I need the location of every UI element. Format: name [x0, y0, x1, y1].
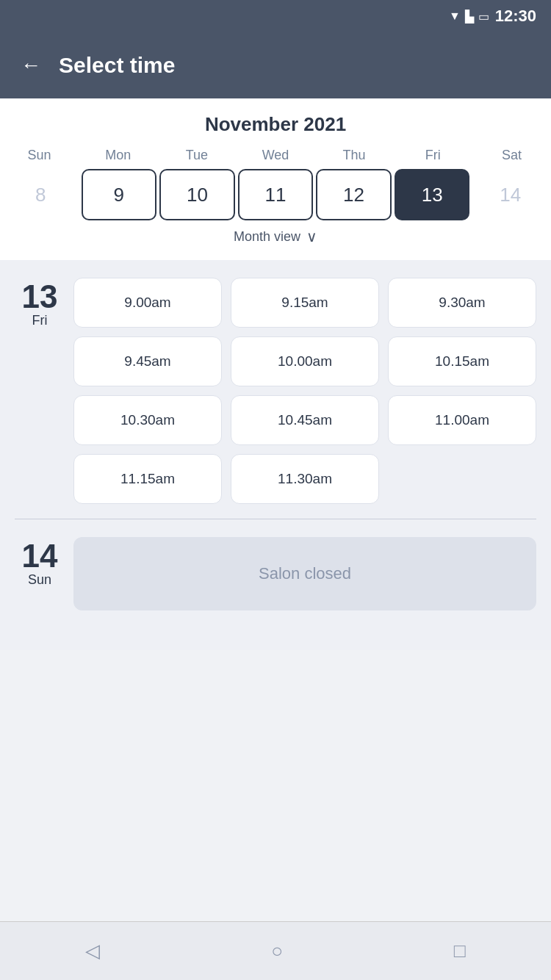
time-slot-1130am[interactable]: 11.30am: [231, 454, 379, 504]
time-slot-1100am[interactable]: 11.00am: [388, 395, 536, 445]
date-13[interactable]: 13: [395, 169, 470, 220]
month-title: November 2021: [0, 113, 551, 136]
weekday-fri: Fri: [394, 148, 472, 163]
day-13-number: 13: [22, 281, 58, 313]
time-slot-915am[interactable]: 9.15am: [231, 278, 379, 328]
weekday-wed: Wed: [236, 148, 314, 163]
back-nav-icon[interactable]: ◁: [85, 940, 100, 962]
time-slot-1115am[interactable]: 11.15am: [73, 454, 222, 504]
time-slot-930am[interactable]: 9.30am: [388, 278, 536, 328]
day-14-number: 14: [22, 540, 58, 572]
page-title: Select time: [59, 53, 175, 78]
time-slot-1000am[interactable]: 10.00am: [231, 336, 379, 386]
dates-row: 8 9 10 11 12 13 14: [0, 169, 551, 220]
date-14[interactable]: 14: [472, 169, 548, 220]
day-14-label: 14 Sun: [18, 537, 62, 610]
status-time: 12:30: [495, 7, 536, 26]
date-8[interactable]: 8: [3, 169, 79, 220]
day-13-name: Fri: [32, 313, 48, 328]
day-13-block: 13 Fri 9.00am 9.15am 9.30am 9.45am 10.00…: [0, 260, 551, 519]
day-13-time-grid: 9.00am 9.15am 9.30am 9.45am 10.00am 10.1…: [73, 278, 536, 504]
month-view-label: Month view: [234, 229, 300, 245]
back-button[interactable]: ←: [21, 55, 41, 76]
date-9[interactable]: 9: [82, 169, 157, 220]
time-slot-1045am[interactable]: 10.45am: [231, 395, 379, 445]
time-slot-900am[interactable]: 9.00am: [73, 278, 222, 328]
weekday-mon: Mon: [79, 148, 157, 163]
wifi-icon: ▼: [449, 10, 461, 23]
slots-section: 13 Fri 9.00am 9.15am 9.30am 9.45am 10.00…: [0, 260, 551, 650]
time-slot-1015am[interactable]: 10.15am: [388, 336, 536, 386]
date-11[interactable]: 11: [238, 169, 314, 220]
date-10[interactable]: 10: [159, 169, 235, 220]
time-slot-1030am[interactable]: 10.30am: [73, 395, 222, 445]
home-nav-icon[interactable]: ○: [271, 940, 283, 962]
battery-icon: ▭: [478, 10, 489, 24]
calendar-section: November 2021 Sun Mon Tue Wed Thu Fri Sa…: [0, 98, 551, 260]
status-icons: ▼ ▙ ▭: [449, 10, 489, 24]
weekday-sat: Sat: [472, 148, 551, 163]
status-bar: ▼ ▙ ▭ 12:30: [0, 0, 551, 32]
day-14-block: 14 Sun Salon closed: [0, 519, 551, 628]
day-14-name: Sun: [28, 572, 51, 588]
chevron-down-icon: ∨: [306, 228, 317, 245]
weekday-tue: Tue: [157, 148, 236, 163]
header: ← Select time: [0, 32, 551, 98]
month-view-toggle[interactable]: Month view ∨: [0, 220, 551, 248]
weekday-thu: Thu: [315, 148, 394, 163]
day-13-label: 13 Fri: [18, 278, 62, 504]
salon-closed-message: Salon closed: [73, 537, 536, 610]
signal-icon: ▙: [465, 10, 474, 24]
bottom-nav: ◁ ○ □: [0, 921, 551, 980]
weekday-sun: Sun: [0, 148, 79, 163]
date-12[interactable]: 12: [316, 169, 392, 220]
recent-nav-icon[interactable]: □: [454, 940, 466, 962]
weekday-row: Sun Mon Tue Wed Thu Fri Sat: [0, 148, 551, 163]
time-slot-945am[interactable]: 9.45am: [73, 336, 222, 386]
